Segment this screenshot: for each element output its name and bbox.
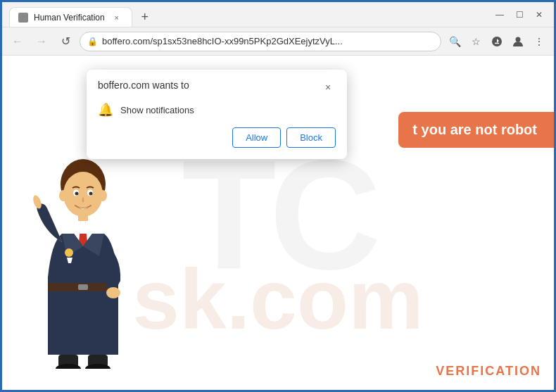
svg-point-23: [65, 248, 73, 257]
chrome-menu-button[interactable]: ⋮: [530, 32, 548, 51]
minimize-button[interactable]: —: [492, 7, 507, 23]
back-button[interactable]: ←: [8, 32, 27, 51]
svg-rect-16: [78, 284, 88, 290]
bookmark-button[interactable]: ☆: [467, 32, 485, 51]
url-bar[interactable]: 🔒 boffero.com/sp1sx53ne8hcIO-xx99n5PKp2G…: [80, 32, 441, 51]
bell-icon: 🔔: [98, 102, 113, 118]
lock-icon: 🔒: [87, 37, 98, 46]
tab-favicon: [18, 13, 28, 23]
svg-point-10: [89, 192, 93, 196]
popup-header: boffero.com wants to ×: [98, 80, 336, 95]
svg-point-2: [516, 37, 521, 42]
new-tab-button[interactable]: +: [135, 7, 155, 27]
search-button[interactable]: 🔍: [446, 32, 464, 51]
tab-close-button[interactable]: ×: [110, 11, 123, 24]
tab-area: Human Verification × +: [9, 2, 485, 27]
url-text: boffero.com/sp1sx53ne8hcIO-xx99n5PKp2GdX…: [102, 36, 434, 46]
svg-point-5: [59, 190, 68, 201]
person-illustration: [23, 151, 150, 376]
block-button[interactable]: Block: [286, 127, 336, 148]
title-bar: Human Verification × + — ☐ ✕: [2, 2, 554, 27]
forward-button[interactable]: →: [32, 32, 51, 51]
verification-label: VERIFICATION: [436, 364, 541, 379]
window-controls: — ☐ ✕: [492, 7, 547, 23]
page-content: TC sk.com t you are not robot: [2, 56, 554, 390]
tab-title: Human Verification: [34, 13, 105, 23]
svg-point-6: [99, 190, 107, 201]
notification-label: Show notifications: [120, 105, 194, 115]
url-actions: 🔍 ☆ ⋮: [446, 32, 548, 51]
popup-title: boffero.com wants to: [98, 80, 189, 91]
account-icon[interactable]: [509, 32, 527, 51]
popup-actions: Allow Block: [98, 127, 336, 148]
svg-point-4: [63, 172, 103, 217]
svg-point-18: [106, 287, 120, 298]
address-bar: ← → ↺ 🔒 boffero.com/sp1sx53ne8hcIO-xx99n…: [2, 27, 554, 56]
allow-button[interactable]: Allow: [232, 127, 281, 148]
refresh-button[interactable]: ↺: [56, 32, 75, 51]
svg-point-9: [75, 192, 79, 196]
popup-close-button[interactable]: ×: [320, 80, 336, 95]
robot-verification-button[interactable]: t you are not robot: [398, 112, 554, 148]
close-button[interactable]: ✕: [531, 7, 547, 23]
notification-popup: boffero.com wants to × 🔔 Show notificati…: [87, 70, 347, 159]
popup-notification-row: 🔔 Show notifications: [98, 102, 336, 118]
download-icon[interactable]: [488, 32, 506, 51]
active-tab[interactable]: Human Verification ×: [9, 7, 132, 27]
maximize-button[interactable]: ☐: [512, 7, 527, 23]
watermark-sk: sk.com: [132, 251, 424, 348]
browser-window: Human Verification × + — ☐ ✕ ← → ↺ 🔒 bof…: [0, 0, 556, 392]
watermark-tc: TC: [182, 138, 374, 293]
